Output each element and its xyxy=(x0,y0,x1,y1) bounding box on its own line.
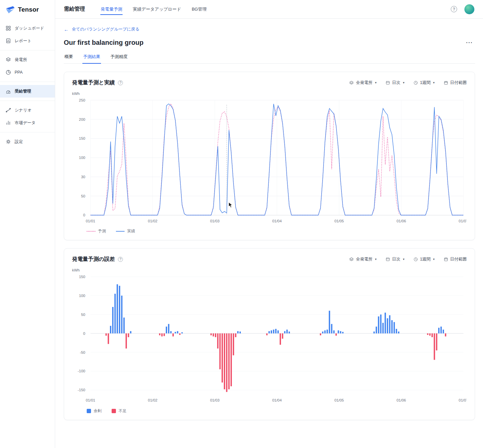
svg-text:01/03: 01/03 xyxy=(210,219,219,223)
plants-filter-label: 全発電所 xyxy=(356,257,372,262)
header-tab-actual-data-upload[interactable]: 実績データアップロード xyxy=(133,4,181,15)
svg-text:-50: -50 xyxy=(80,350,85,354)
page-title: Our first balancing group xyxy=(64,39,144,46)
plants-filter-label: 全発電所 xyxy=(356,80,372,86)
svg-text:01/05: 01/05 xyxy=(335,219,344,223)
card-head: 発電量予測の誤差 ? 全発電所 ▼ 日次 ▼ xyxy=(72,256,467,263)
granularity-label: 日次 xyxy=(392,257,400,262)
forecast-vs-actual-line-chart[interactable]: 01/0101/0201/0301/0401/0501/0601/0725020… xyxy=(72,96,467,225)
sidebar: Tensor ダッシュボード レポート 発電所 xyxy=(0,0,55,448)
generation-forecast-card: 発電量予測と実績 ? 全発電所 ▼ 日次 ▼ xyxy=(64,72,475,240)
columns-icon xyxy=(386,257,390,261)
sidebar-item-report[interactable]: レポート xyxy=(0,35,55,47)
help-icon[interactable]: ? xyxy=(118,257,123,262)
card-head: 発電量予測と実績 ? 全発電所 ▼ 日次 ▼ xyxy=(72,79,467,86)
svg-text:01/04: 01/04 xyxy=(272,219,282,223)
svg-text:0: 0 xyxy=(83,332,85,336)
svg-text:01/03: 01/03 xyxy=(210,398,219,402)
layers-icon xyxy=(349,257,354,262)
legend-label: 実績 xyxy=(127,228,135,234)
header-right: ? xyxy=(451,4,474,14)
forecast-error-card: 発電量予測の誤差 ? 全発電所 ▼ 日次 ▼ xyxy=(64,248,475,420)
back-arrow-icon: ← xyxy=(64,27,69,32)
date-range-button[interactable]: 日付範囲 xyxy=(444,80,467,86)
sidebar-item-label: ダッシュボード xyxy=(15,26,44,31)
sidebar-item-label: レポート xyxy=(15,38,32,44)
sidebar-divider xyxy=(0,132,55,132)
chevron-down-icon: ▼ xyxy=(402,81,405,84)
more-menu-button[interactable]: ⋯ xyxy=(464,38,475,46)
sidebar-item-label: 発電所 xyxy=(15,57,27,63)
sidebar-item-market-data[interactable]: 市場データ xyxy=(0,116,55,129)
chevron-down-icon: ▼ xyxy=(433,81,435,84)
card-title: 発電量予測の誤差 xyxy=(72,256,115,263)
user-avatar[interactable] xyxy=(464,4,474,14)
sidebar-item-power-plants[interactable]: 発電所 xyxy=(0,53,55,66)
svg-text:01/05: 01/05 xyxy=(335,398,344,402)
header-tab-generation-forecast[interactable]: 発電量予測 xyxy=(100,4,123,15)
plants-filter-dropdown[interactable]: 全発電所 ▼ xyxy=(349,80,377,86)
chevron-down-icon: ▼ xyxy=(374,258,377,261)
sidebar-item-label: 受給管理 xyxy=(15,89,31,94)
granularity-dropdown[interactable]: 日次 ▼ xyxy=(386,257,405,262)
back-link[interactable]: ← 全てのバランシンググループに戻る xyxy=(64,27,140,32)
route-icon xyxy=(5,107,11,113)
sidebar-divider xyxy=(0,82,55,82)
app-root: Tensor ダッシュボード レポート 発電所 xyxy=(0,0,483,448)
gear-icon xyxy=(5,139,11,145)
svg-text:01/02: 01/02 xyxy=(148,398,157,402)
sidebar-divider xyxy=(0,50,55,50)
svg-text:150: 150 xyxy=(79,136,85,140)
granularity-dropdown[interactable]: 日次 ▼ xyxy=(386,80,405,86)
chevron-down-icon: ▼ xyxy=(374,81,377,84)
tab-overview[interactable]: 概要 xyxy=(64,51,74,64)
app-section-title: 需給管理 xyxy=(64,6,85,13)
page-content: ← 全てのバランシンググループに戻る Our first balancing g… xyxy=(55,19,483,448)
shortage-swatch xyxy=(112,409,116,413)
svg-text:01/04: 01/04 xyxy=(272,398,282,402)
gauge-icon xyxy=(5,88,11,94)
report-icon xyxy=(5,38,11,44)
bar-chart-icon xyxy=(5,120,11,126)
mouse-cursor xyxy=(229,202,232,208)
legend-label: 予測 xyxy=(98,228,106,234)
date-range-label: 日付範囲 xyxy=(450,257,467,262)
sidebar-item-ppa[interactable]: PPA xyxy=(0,66,55,79)
sidebar-item-supply-demand[interactable]: 受給管理 xyxy=(0,85,55,98)
header-tab-bg-management[interactable]: BG管理 xyxy=(191,4,207,15)
plants-filter-dropdown[interactable]: 全発電所 ▼ xyxy=(349,257,377,262)
dashboard-grid-icon xyxy=(5,25,11,31)
help-icon[interactable]: ? xyxy=(118,80,123,85)
calendar-icon xyxy=(444,81,448,85)
chart-toolbar: 全発電所 ▼ 日次 ▼ 1週間 ▼ xyxy=(349,80,467,86)
chevron-down-icon: ▼ xyxy=(402,258,405,261)
chart-legend: 予測 実績 xyxy=(72,225,467,235)
sidebar-item-scenario[interactable]: シナリオ xyxy=(0,104,55,116)
date-range-button[interactable]: 日付範囲 xyxy=(444,257,467,262)
sidebar-item-label: シナリオ xyxy=(15,108,32,113)
tab-forecast-results[interactable]: 予測結果 xyxy=(82,51,101,64)
help-icon[interactable]: ? xyxy=(451,6,457,12)
svg-text:01/01: 01/01 xyxy=(86,219,95,223)
sidebar-item-dashboard[interactable]: ダッシュボード xyxy=(0,22,55,35)
tab-forecast-accuracy[interactable]: 予測精度 xyxy=(110,51,128,64)
page-head: Our first balancing group ⋯ xyxy=(64,38,475,46)
svg-text:01/06: 01/06 xyxy=(397,398,406,402)
period-dropdown[interactable]: 1週間 ▼ xyxy=(414,257,435,262)
clock-icon xyxy=(414,257,418,261)
tensor-logo-icon xyxy=(5,5,15,14)
forecast-error-bar-chart[interactable]: 150100500-50-100-15001/0101/0201/0301/04… xyxy=(72,273,467,405)
card-title: 発電量予測と実績 xyxy=(72,79,115,86)
svg-text:-150: -150 xyxy=(78,388,85,392)
brand-logo: Tensor xyxy=(0,0,55,22)
pie-chart-icon xyxy=(5,69,11,75)
layers-icon xyxy=(349,81,354,85)
svg-text:50: 50 xyxy=(81,194,85,198)
period-label: 1週間 xyxy=(420,80,431,86)
svg-text:0: 0 xyxy=(83,213,85,217)
actual-line-swatch xyxy=(116,231,125,232)
svg-text:01/07: 01/07 xyxy=(459,398,467,402)
period-dropdown[interactable]: 1週間 ▼ xyxy=(414,80,435,86)
sidebar-item-settings[interactable]: 設定 xyxy=(0,135,55,148)
svg-text:250: 250 xyxy=(79,98,85,102)
